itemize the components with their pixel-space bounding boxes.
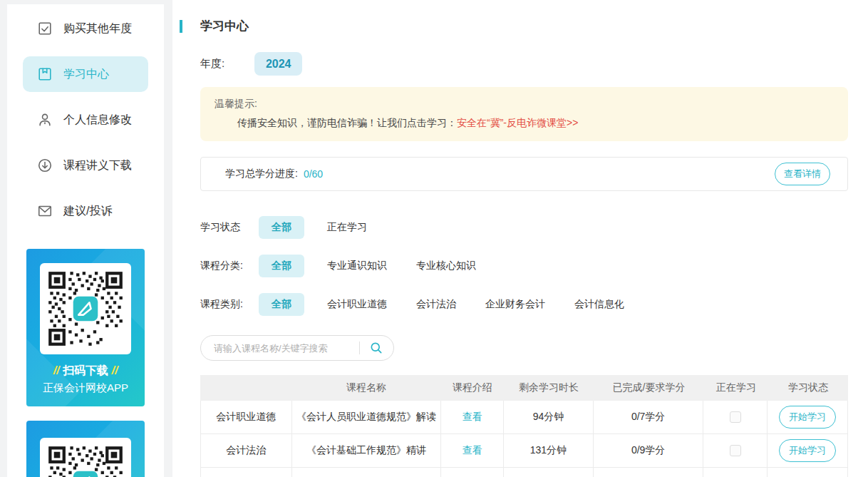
course-category: 会计职业道德 [201, 401, 292, 434]
filter-label: 课程分类: [200, 260, 259, 272]
sidebar: 购买其他年度 学习中心 个人信息修改 课程讲义下载 建议/投诉 [7, 4, 164, 477]
bookmark-icon [37, 66, 54, 83]
sidebar-item-label: 课程讲义下载 [63, 158, 132, 173]
credit-progress: 0/7学分 [594, 401, 704, 434]
view-details-button[interactable]: 查看详情 [775, 163, 830, 185]
qr-code [40, 263, 131, 354]
start-learning-button[interactable]: 开始学习 [779, 406, 836, 429]
sidebar-item-handout-download[interactable]: 课程讲义下载 [23, 148, 148, 183]
download-icon [37, 157, 54, 174]
credit-progress: 0/9学分 [594, 434, 704, 467]
sidebar-item-label: 购买其他年度 [63, 21, 132, 36]
secondary-qr-card [26, 421, 145, 477]
header-remaining-time: 剩余学习时长 [504, 375, 594, 401]
filter-option-all[interactable]: 全部 [259, 255, 304, 277]
mail-icon [37, 202, 54, 220]
main-panel: 学习中心 年度: 2024 温馨提示: 传播安全知识，谨防电信诈骗！让我们点击学… [172, 0, 868, 477]
filter-option-all[interactable]: 全部 [259, 216, 304, 239]
header-course-intro: 课程介绍 [441, 375, 504, 401]
course-name: 《会计人员职业道德规范》解读 [292, 401, 442, 434]
search-icon[interactable] [369, 341, 383, 355]
notice-title: 温馨提示: [215, 98, 834, 111]
header-study-status: 学习状态 [768, 375, 848, 401]
remaining-duration: 94分钟 [504, 401, 594, 434]
start-learning-button[interactable]: 开始学习 [779, 439, 836, 462]
filter-course-classification: 课程分类: 全部 专业通识知识 专业核心知识 [200, 255, 505, 277]
course-table: 课程名称 课程介绍 剩余学习时长 已完成/要求学分 正在学习 学习状态 会计职业… [200, 375, 848, 477]
page-title-wrap: 学习中心 [180, 18, 249, 34]
course-search-box [200, 335, 394, 361]
filter-option[interactable]: 专业核心知识 [416, 260, 476, 272]
table-header-row: 课程名称 课程介绍 剩余学习时长 已完成/要求学分 正在学习 学习状态 [200, 375, 848, 401]
year-selector-row: 年度: 2024 [200, 52, 302, 76]
filter-option[interactable]: 会计信息化 [574, 298, 624, 311]
header-course-name: 课程名称 [291, 375, 441, 401]
credit-progress-box: 学习总学分进度: 0/60 查看详情 [200, 157, 848, 191]
course-name: 《会计基础工作规范》精讲 [292, 434, 442, 467]
studying-checkbox[interactable] [730, 445, 741, 456]
checkbox-check-icon [37, 20, 54, 37]
sidebar-item-study-center[interactable]: 学习中心 [23, 56, 148, 92]
sidebar-item-suggest-complaint[interactable]: 建议/投诉 [23, 193, 148, 229]
notice-body: 传播安全知识，谨防电信诈骗！让我们点击学习：安全在“冀”-反电诈微课堂>> [215, 117, 834, 130]
slash-decor: // [111, 364, 118, 376]
studying-checkbox[interactable] [730, 411, 741, 423]
sidebar-item-label: 学习中心 [63, 67, 109, 82]
person-icon [37, 111, 54, 128]
filter-label: 学习状态 [200, 221, 259, 234]
filter-study-status: 学习状态 全部 正在学习 [200, 216, 396, 239]
sidebar-menu: 购买其他年度 学习中心 个人信息修改 课程讲义下载 建议/投诉 [7, 4, 164, 229]
sidebar-item-profile-edit[interactable]: 个人信息修改 [23, 102, 148, 138]
page-title: 学习中心 [200, 18, 249, 34]
remaining-duration: 131分钟 [504, 434, 594, 467]
filter-option[interactable]: 专业通识知识 [327, 260, 387, 272]
header-studying: 正在学习 [704, 375, 768, 401]
header-credits: 已完成/要求学分 [594, 375, 704, 401]
search-divider [359, 342, 360, 354]
search-input[interactable] [214, 343, 355, 354]
title-accent-bar [180, 20, 182, 33]
notice-box: 温馨提示: 传播安全知识，谨防电信诈骗！让我们点击学习：安全在“冀”-反电诈微课… [200, 87, 848, 141]
sidebar-item-label: 建议/投诉 [63, 204, 112, 219]
sidebar-item-buy-other-years[interactable]: 购买其他年度 [23, 11, 148, 46]
header-empty [200, 375, 291, 401]
anti-fraud-course-link[interactable]: 安全在“冀”-反电诈微课堂>> [457, 117, 578, 128]
table-row: 会计职业道德 《会计人员职业道德规范》解读 查看 94分钟 0/7学分 开始学习 [200, 401, 848, 434]
year-option-2024[interactable]: 2024 [254, 52, 302, 76]
qr-download-label: // 扫码下载 // [26, 364, 145, 379]
qr-app-name: 正保会计网校APP [26, 381, 145, 395]
filter-label: 课程类别: [200, 298, 259, 311]
filter-option-all[interactable]: 全部 [259, 293, 304, 316]
view-intro-link[interactable]: 查看 [463, 444, 482, 457]
progress-value: 0/60 [304, 168, 323, 180]
sidebar-item-label: 个人信息修改 [63, 113, 132, 128]
filter-option[interactable]: 会计法治 [416, 298, 456, 311]
table-row-partial [200, 468, 848, 477]
filter-option[interactable]: 正在学习 [327, 221, 367, 234]
progress-label: 学习总学分进度: [225, 168, 298, 180]
slash-decor: // [53, 364, 60, 376]
filter-course-category: 课程类别: 全部 会计职业道德 会计法治 企业财务会计 会计信息化 [200, 293, 653, 316]
view-intro-link[interactable]: 查看 [463, 411, 482, 424]
app-download-qr-card: // 扫码下载 // 正保会计网校APP [26, 249, 145, 406]
filter-option[interactable]: 企业财务会计 [485, 298, 545, 311]
filter-option[interactable]: 会计职业道德 [327, 298, 387, 311]
course-category: 会计法治 [201, 434, 292, 467]
table-row: 会计法治 《会计基础工作规范》精讲 查看 131分钟 0/9学分 开始学习 [200, 434, 848, 468]
year-label: 年度: [200, 57, 224, 71]
qr-code [40, 438, 131, 477]
